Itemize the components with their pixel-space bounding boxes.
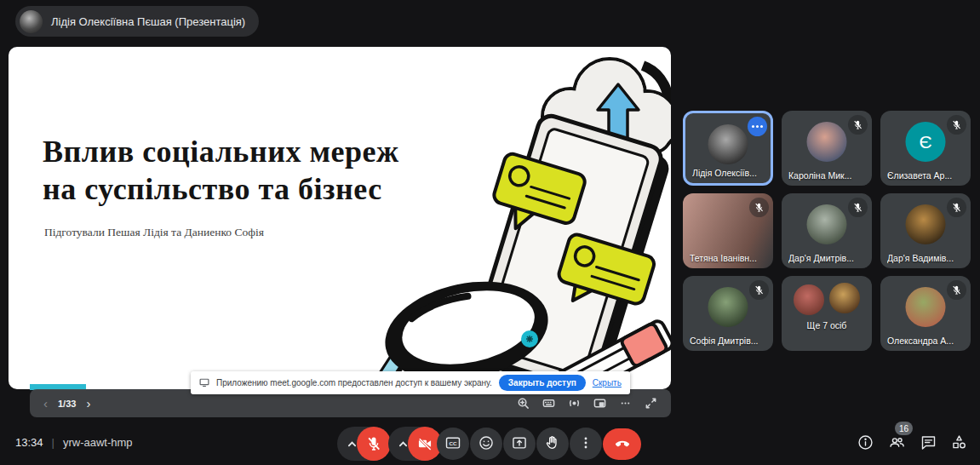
reactions-button[interactable]	[470, 428, 502, 460]
slide-pager: ‹ 1/33 ›	[43, 397, 90, 410]
participant-avatar	[906, 287, 946, 327]
participant-tile[interactable]: Ще 7 осіб	[782, 276, 872, 351]
participant-name: Олександра А...	[887, 336, 964, 346]
people-icon	[888, 433, 906, 454]
phone-hangup-icon	[613, 433, 632, 455]
participant-name: Ще 7 осіб	[782, 320, 872, 330]
captions-icon: CC	[444, 434, 461, 454]
stop-sharing-button[interactable]: Закрыть доступ	[499, 375, 586, 391]
participant-avatar	[708, 124, 748, 164]
chat-button[interactable]	[916, 432, 940, 456]
participant-count-badge: 16	[895, 422, 913, 435]
participant-tile[interactable]: Дар'я Вадимів...	[880, 193, 971, 268]
participant-avatar	[906, 204, 946, 244]
mic-off-icon	[848, 198, 868, 217]
participant-avatar: Є	[906, 122, 946, 162]
keyboard-icon[interactable]	[542, 397, 555, 410]
slide-illustration	[9, 47, 671, 389]
tile-more-options-button[interactable]	[748, 117, 767, 136]
meta-divider: |	[52, 436, 54, 449]
present-icon	[511, 434, 528, 454]
present-screen-button[interactable]	[503, 428, 536, 460]
meeting-details-button[interactable]	[853, 432, 877, 456]
hand-icon	[544, 434, 561, 454]
screen-share-icon	[199, 376, 209, 391]
participant-tile[interactable]: Дар'я Дмитрів...	[782, 193, 872, 268]
clock: 13:34	[15, 436, 43, 449]
participant-avatar	[807, 204, 847, 244]
fullscreen-icon[interactable]	[645, 397, 657, 410]
mic-control-group	[337, 427, 391, 461]
participant-name: Єлизавета Ар...	[887, 170, 964, 181]
meeting-meta: 13:34 | yrw-aawt-hmp	[15, 436, 133, 449]
notification-text: Приложению meet.google.com предоставлен …	[216, 378, 492, 388]
participant-name: Софія Дмитрів...	[690, 336, 766, 346]
slide-title: Вплив соціальних мереж на суспільство та…	[43, 134, 399, 209]
mic-off-icon	[749, 198, 769, 217]
chat-icon	[920, 433, 937, 454]
mic-off-icon	[947, 198, 966, 217]
participant-tile[interactable]: Олександра А...	[880, 276, 971, 351]
slide-subtitle: Підготували Пешая Лідія та Даниенко Софі…	[44, 226, 264, 239]
participant-name: Кароліна Мик...	[788, 170, 865, 181]
participant-name: Дар'я Вадимів...	[887, 253, 964, 263]
mic-off-icon	[749, 280, 769, 300]
presenter-banner: Лідія Олексіївна Пєшая (Презентація)	[15, 6, 259, 37]
participant-avatar	[794, 284, 824, 315]
raise-hand-button[interactable]	[536, 428, 569, 460]
participant-tile[interactable]: Софія Дмитрів...	[683, 276, 773, 351]
previous-slide-button[interactable]: ‹	[43, 397, 48, 410]
participant-name: Дар'я Дмитрів...	[788, 253, 865, 263]
shared-screen-tile[interactable]: Вплив соціальних мереж на суспільство та…	[9, 47, 671, 389]
smiley-icon	[478, 434, 495, 454]
info-icon	[857, 433, 874, 454]
more-vertical-icon	[577, 434, 594, 454]
show-participants-button[interactable]	[885, 432, 908, 456]
presenter-avatar	[20, 10, 43, 33]
participant-tile[interactable]: Лідія Олексіїв...	[683, 111, 773, 186]
meeting-code: yrw-aawt-hmp	[63, 436, 133, 449]
picture-in-picture-icon[interactable]	[593, 397, 606, 410]
more-options-button[interactable]	[570, 428, 602, 460]
participant-avatar	[708, 287, 748, 327]
participant-avatar	[807, 122, 847, 162]
next-slide-button[interactable]: ›	[86, 397, 90, 410]
presenter-name: Лідія Олексіївна Пєшая (Презентація)	[51, 15, 245, 28]
mic-off-icon	[848, 115, 868, 135]
end-call-button[interactable]	[603, 428, 641, 460]
zoom-icon[interactable]	[517, 397, 530, 410]
participant-tile[interactable]: Є Єлизавета Ар...	[880, 111, 971, 186]
mic-off-icon	[947, 280, 966, 300]
captions-button[interactable]: CC	[437, 428, 469, 460]
mic-off-icon	[947, 115, 966, 135]
activities-icon	[950, 433, 968, 454]
participant-avatar	[829, 283, 860, 313]
screen-share-notification: Приложению meet.google.com предоставлен …	[191, 371, 630, 394]
laser-pointer-icon[interactable]	[568, 397, 581, 410]
participant-tile[interactable]: Кароліна Мик...	[782, 111, 872, 186]
participant-name: Лідія Олексіїв...	[692, 168, 764, 178]
activities-button[interactable]	[947, 432, 971, 456]
svg-text:CC: CC	[449, 440, 457, 446]
participant-grid: Лідія Олексіїв... Кароліна Мик... Є	[683, 111, 971, 351]
mic-off-button[interactable]	[357, 427, 391, 461]
participant-tile[interactable]: Тетяна Іванівн...	[683, 193, 773, 268]
slide-page-indicator: 1/33	[58, 399, 76, 409]
participant-name: Тетяна Іванівн...	[690, 253, 766, 263]
more-options-icon[interactable]	[619, 397, 632, 410]
hide-notification-link[interactable]: Скрыть	[593, 378, 622, 388]
avatar-letter: Є	[919, 132, 931, 152]
camera-control-group	[388, 427, 442, 461]
